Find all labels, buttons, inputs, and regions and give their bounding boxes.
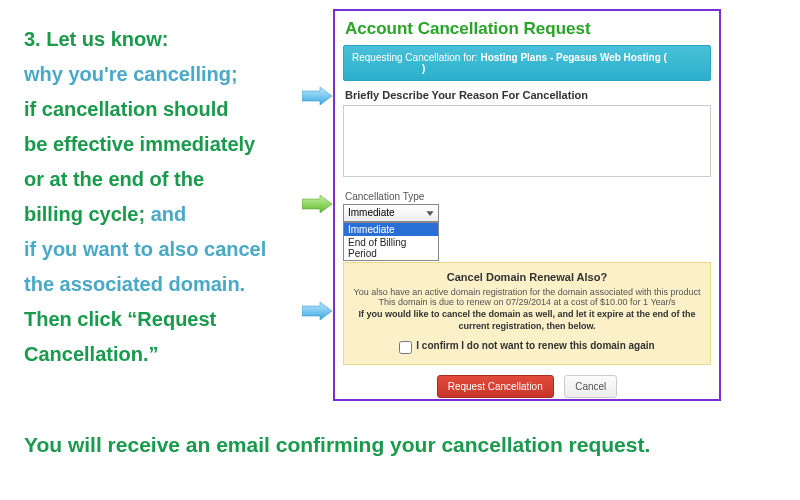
and-word: and: [145, 203, 186, 225]
ct-dropdown-list: Immediate End of Billing Period: [343, 222, 439, 261]
arrow-blue-2: [302, 302, 332, 320]
confirm-row[interactable]: I confirm I do not want to renew this do…: [350, 340, 704, 354]
reason-textarea[interactable]: [343, 105, 711, 177]
svg-marker-0: [302, 87, 332, 105]
domain-p3: If you would like to cancel the domain a…: [350, 309, 704, 332]
domain-p2: This domain is due to renew on 07/29/201…: [350, 297, 704, 307]
requesting-for-bar: Requesting Cancellation for: Hosting Pla…: [343, 45, 711, 81]
arrow-green-1: [302, 195, 332, 213]
cancellation-panel: Account Cancellation Request Requesting …: [333, 9, 721, 401]
cancellation-type-select[interactable]: Immediate Immediate End of Billing Perio…: [343, 204, 439, 222]
ct-option-end-of-billing[interactable]: End of Billing Period: [344, 236, 438, 260]
lead-line: 3. Let us know:: [24, 28, 168, 50]
line-3a: if you want to also cancel: [24, 238, 266, 260]
domain-renewal-box: Cancel Domain Renewal Also? You also hav…: [343, 262, 711, 365]
line-2a: if cancellation should: [24, 98, 228, 120]
sub-close: ): [422, 63, 425, 74]
cancel-button[interactable]: Cancel: [564, 375, 617, 398]
line-2c: or at the end of the: [24, 168, 204, 190]
confirmation-note: You will receive an email confirming you…: [24, 433, 774, 457]
instruction-text: 3. Let us know: why you're cancelling; i…: [24, 22, 324, 372]
reason-label: Briefly Describe Your Reason For Cancell…: [345, 89, 709, 101]
line-2d: billing cycle;: [24, 203, 145, 225]
sub-product: Hosting Plans - Pegasus Web Hosting (: [480, 52, 667, 63]
cancellation-type-label: Cancellation Type: [345, 191, 711, 202]
confirm-label: I confirm I do not want to renew this do…: [416, 340, 654, 351]
svg-marker-2: [302, 302, 332, 320]
line-2b: be effective immediately: [24, 133, 255, 155]
chevron-down-icon: [424, 207, 436, 219]
then-line: Then click “Request Cancellation.”: [24, 308, 216, 365]
ct-selected-value: Immediate: [348, 207, 395, 218]
button-row: Request Cancellation Cancel: [343, 375, 711, 398]
domain-box-title: Cancel Domain Renewal Also?: [350, 271, 704, 283]
sub-prefix: Requesting Cancellation for:: [352, 52, 480, 63]
panel-title: Account Cancellation Request: [345, 19, 711, 39]
domain-p1: You also have an active domain registrat…: [350, 287, 704, 297]
svg-marker-1: [302, 195, 332, 213]
line-3b: the associated domain.: [24, 273, 245, 295]
ct-option-immediate[interactable]: Immediate: [344, 223, 438, 236]
line-why: why you're cancelling;: [24, 63, 238, 85]
confirm-checkbox[interactable]: [399, 341, 412, 354]
request-cancellation-button[interactable]: Request Cancellation: [437, 375, 554, 398]
arrow-blue-1: [302, 87, 332, 105]
